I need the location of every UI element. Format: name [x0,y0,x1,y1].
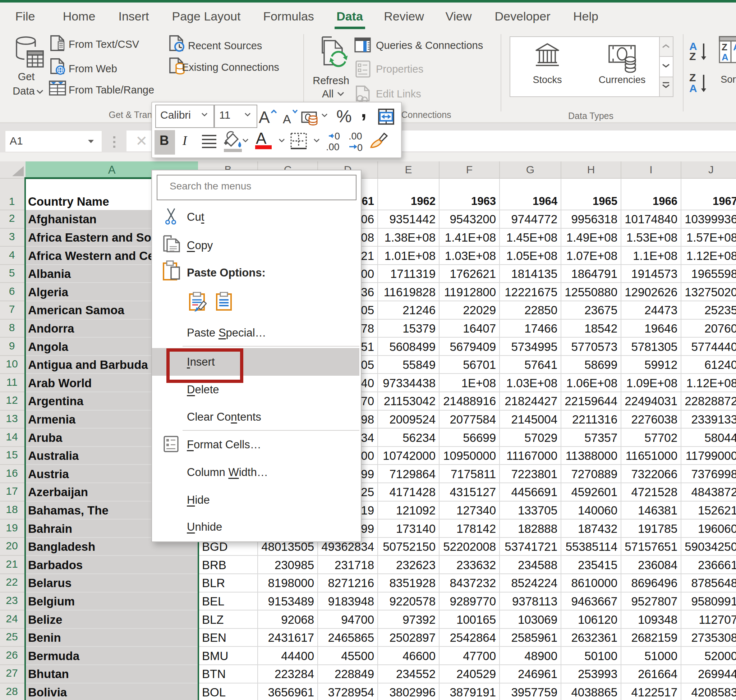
svg-text:.00: .00 [348,132,362,142]
svg-text:A: A [721,52,729,63]
svg-text:0: 0 [357,143,363,152]
svg-text:Z: Z [721,42,727,53]
svg-text:Z: Z [689,50,696,62]
svg-text:A: A [733,42,736,53]
svg-text:0: 0 [335,132,340,142]
svg-text:Z: Z [689,72,696,84]
svg-text:A: A [689,82,697,94]
svg-text:.00: .00 [326,142,339,152]
